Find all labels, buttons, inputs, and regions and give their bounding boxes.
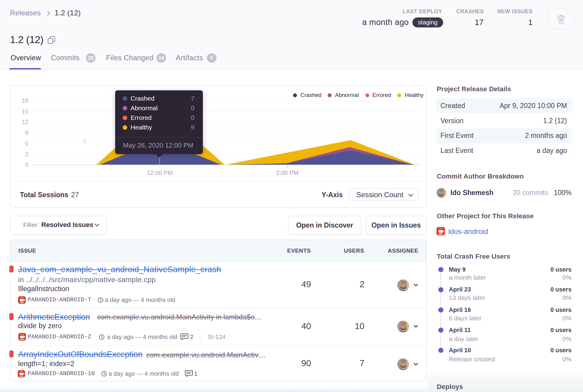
svg-text:0: 0 xyxy=(83,138,87,144)
